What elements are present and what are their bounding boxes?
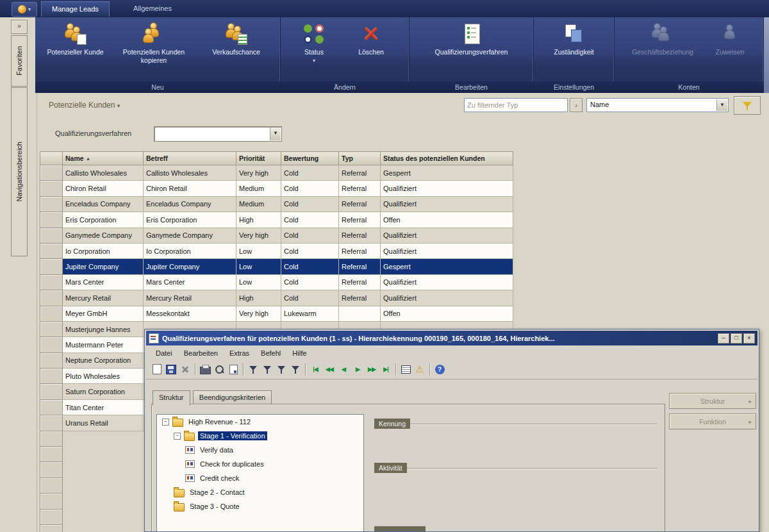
grid-header-bewertung[interactable]: Bewertung <box>281 151 339 165</box>
sidebar-tab-favoriten[interactable]: Favoriten <box>11 35 28 87</box>
filter-icon[interactable] <box>246 363 260 376</box>
ribbon-button-zuständigkeit[interactable]: Zuständigkeit <box>542 22 606 56</box>
grid-header-name[interactable]: Name▴ <box>63 151 144 165</box>
tree-item-check-for-duplicates[interactable]: Check for duplicates <box>157 457 363 471</box>
search-go-button[interactable]: › <box>570 98 583 112</box>
ribbon-button-löschen[interactable]: Löschen <box>343 22 399 63</box>
row-selector[interactable] <box>40 306 63 322</box>
first-icon[interactable]: |◀ <box>308 363 322 376</box>
minimize-button[interactable]: – <box>718 333 729 344</box>
process-filter-dropdown[interactable]: ▼ <box>154 126 282 142</box>
row-selector[interactable] <box>40 462 63 478</box>
row-selector[interactable] <box>40 322 63 337</box>
ribbon-button-potenzieller-kunde[interactable]: Potenzieller Kunde <box>44 22 108 64</box>
table-row[interactable]: Mercury RetailMercury RetailHighColdRefe… <box>40 290 515 306</box>
table-row[interactable]: Callisto WholesalesCallisto WholesalesVe… <box>40 165 515 181</box>
view-title[interactable]: Potenzielle Kunden ▾ <box>49 101 120 110</box>
grid-header-status-des-potenziellen-kunden[interactable]: Status des potenziellen Kunden <box>381 151 513 165</box>
next-page-icon[interactable]: ▶▶ <box>365 363 379 376</box>
chevron-down-icon[interactable]: ▼ <box>716 99 727 111</box>
menu-item-bearbeiten[interactable]: Bearbeiten <box>178 348 224 358</box>
row-selector[interactable] <box>40 337 63 353</box>
related-icon[interactable] <box>226 363 240 376</box>
tree-expander[interactable]: − <box>162 419 169 426</box>
tree-item-credit-check[interactable]: Credit check <box>157 471 363 485</box>
menu-item-hilfe[interactable]: Hilfe <box>286 348 312 358</box>
row-selector[interactable] <box>40 290 63 306</box>
menu-item-extras[interactable]: Extras <box>224 348 255 358</box>
menu-item-datei[interactable]: Datei <box>150 348 178 358</box>
table-row[interactable]: Io CorporationIo CorporationLowColdRefer… <box>40 244 515 259</box>
row-selector[interactable] <box>40 197 63 212</box>
table-row[interactable]: Mars CenterMars CenterLowColdReferralQua… <box>40 275 515 290</box>
close-button[interactable]: × <box>743 333 755 344</box>
table-row[interactable]: Ganymede CompanyGanymede CompanyVery hig… <box>40 228 515 244</box>
print-icon[interactable] <box>198 363 212 376</box>
dialog-title-bar[interactable]: Qualifizierungsverfahren für potenzielle… <box>146 331 757 345</box>
tree-item-stage-1-verification[interactable]: −Stage 1 - Verification <box>157 429 363 443</box>
table-row[interactable]: Eris CorporationEris CorporationHighCold… <box>40 212 515 228</box>
clear-filter-icon[interactable] <box>288 363 302 376</box>
row-selector[interactable] <box>40 275 63 290</box>
grid-header-priorität[interactable]: Priorität <box>236 151 281 165</box>
table-row[interactable]: Meyer GmbHMessekontaktVery highLukewarmO… <box>40 306 515 322</box>
new-icon[interactable] <box>150 363 164 376</box>
application-menu-button[interactable]: ▾ <box>12 2 37 17</box>
menu-item-befehl[interactable]: Befehl <box>255 348 286 358</box>
tree-item-verify-data[interactable]: Verify data <box>157 443 363 457</box>
ribbon-button-verkaufschance[interactable]: Verkaufschance <box>201 22 272 64</box>
row-selector[interactable] <box>40 400 63 415</box>
row-selector[interactable] <box>40 478 63 494</box>
row-selector[interactable] <box>40 525 63 532</box>
ribbon-button-potenziellen-kunden-kopieren[interactable]: Potenziellen Kunden kopieren <box>114 22 194 64</box>
row-selector[interactable] <box>40 431 63 447</box>
previous-icon[interactable]: ◀ <box>336 363 351 376</box>
tree-expander[interactable]: − <box>174 433 181 440</box>
sidebar-collapse-button[interactable]: » <box>11 20 28 34</box>
warning-icon[interactable]: ⚠ <box>413 363 427 376</box>
flow-filter-icon[interactable] <box>274 363 288 376</box>
row-selector[interactable] <box>40 447 63 462</box>
last-icon[interactable]: ▶| <box>379 363 393 376</box>
row-selector[interactable] <box>40 494 63 509</box>
find-icon[interactable] <box>212 363 226 376</box>
row-selector[interactable] <box>40 244 63 259</box>
table-row[interactable]: Jupiter CompanyJupiter CompanyLowColdRef… <box>40 259 515 274</box>
tab-struktur[interactable]: Struktur <box>153 390 190 406</box>
tab-manage-leads[interactable]: Manage Leads <box>41 1 110 17</box>
tree-item-stage-3-quote[interactable]: Stage 3 - Quote <box>157 499 363 513</box>
row-selector[interactable] <box>40 259 63 274</box>
chevron-down-icon[interactable]: ▼ <box>270 128 281 140</box>
grid-header-betreff[interactable]: Betreff <box>144 151 236 165</box>
row-selector[interactable] <box>40 369 63 384</box>
row-selector[interactable] <box>40 212 63 228</box>
help-icon[interactable]: ? <box>433 363 447 376</box>
row-selector[interactable] <box>40 353 63 369</box>
row-selector[interactable] <box>40 384 63 399</box>
tab-beendigungskriterien[interactable]: Beendigungskriterien <box>193 390 272 404</box>
field-filter-icon[interactable] <box>260 363 274 376</box>
table-row[interactable]: Enceladus CompanyEnceladus CompanyMedium… <box>40 197 515 212</box>
tree-item-stage-2-contact[interactable]: Stage 2 - Contact <box>157 485 363 499</box>
tab-allgemeines[interactable]: Allgemeines <box>123 1 182 16</box>
delete-icon[interactable] <box>178 363 192 376</box>
row-selector[interactable] <box>40 181 63 196</box>
grid-header-typ[interactable]: Typ <box>339 151 381 165</box>
sort-dropdown[interactable]: Name ▼ <box>586 98 729 112</box>
next-icon[interactable]: ▶ <box>351 363 365 376</box>
ribbon-button-qualifizierungsverfahren[interactable]: Qualifizierungsverfahren <box>420 22 523 56</box>
ribbon-button-status[interactable]: Status▾ <box>291 22 337 63</box>
row-selector[interactable] <box>40 228 63 244</box>
prev-page-icon[interactable]: ◀◀ <box>322 363 336 376</box>
list-icon[interactable] <box>399 363 413 376</box>
maximize-button[interactable]: □ <box>731 333 742 344</box>
row-selector[interactable] <box>40 510 63 525</box>
sidebar-tab-navigationsbereich[interactable]: Navigationsbereich <box>11 87 28 256</box>
table-row[interactable]: Chiron RetailChiron RetailMediumColdRefe… <box>40 181 515 196</box>
tree-item-high-revenue-112[interactable]: −High Revenue - 112 <box>157 415 363 429</box>
filter-button[interactable] <box>734 96 761 115</box>
row-selector[interactable] <box>40 165 63 181</box>
row-selector[interactable] <box>40 415 63 431</box>
search-input[interactable] <box>464 98 568 112</box>
save-icon[interactable] <box>164 363 178 376</box>
